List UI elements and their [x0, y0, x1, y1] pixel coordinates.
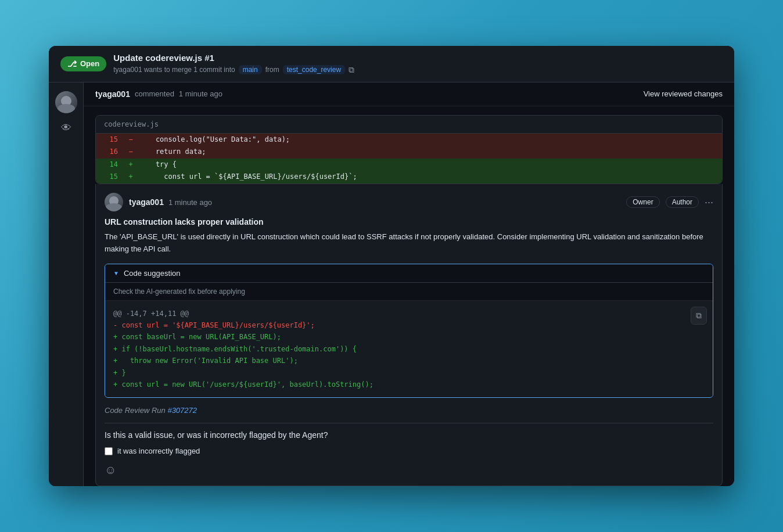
main-content: tyaga001 commented 1 minute ago View rev… [84, 82, 734, 487]
review-meta: tyaga001 1 minute ago [129, 197, 620, 207]
comment-body: The 'API_BASE_URL' is used directly in U… [105, 231, 713, 256]
avatar [55, 91, 77, 113]
comment-meta-bar: tyaga001 commented 1 minute ago View rev… [84, 82, 734, 106]
review-time: 1 minute ago [168, 198, 212, 207]
commenter-info: tyaga001 commented 1 minute ago [95, 89, 222, 99]
review-comment: tyaga001 1 minute ago Owner Author ··· U… [95, 184, 723, 486]
line-sign-plus-1: + [125, 159, 137, 171]
branch-source[interactable]: test_code_review [283, 65, 345, 74]
divider [105, 423, 713, 423]
content-area: 👁 tyaga001 commented 1 minute ago View r… [49, 82, 734, 487]
line-num-16: 16 [96, 146, 125, 159]
code-review-run-label: Code Review Run [105, 406, 166, 415]
code-diff-container: codereview.js 15 − console.log("User Dat… [95, 115, 723, 184]
code-review-run-link[interactable]: #307272 [167, 406, 197, 415]
branch-main[interactable]: main [239, 65, 262, 74]
review-author: tyaga001 [129, 197, 164, 207]
avatar-image [55, 91, 77, 113]
incorrectly-flagged-checkbox[interactable] [105, 447, 113, 455]
emoji-reaction-button[interactable]: ☺ [105, 463, 116, 477]
eye-icon[interactable]: 👁 [61, 122, 71, 134]
diff-line-removed-15: 15 − console.log("User Data:", data); [96, 134, 722, 146]
open-badge: ⎇ Open [60, 56, 106, 71]
owner-badge: Owner [626, 196, 659, 208]
suggestion-triangle-icon: ▼ [113, 270, 119, 276]
branch-from: from [265, 66, 279, 74]
diff-line-added-15: 15 + const url = `${API_BASE_URL}/users/… [96, 171, 722, 184]
more-options-button[interactable]: ··· [705, 196, 713, 209]
incorrectly-flagged-label[interactable]: it was incorrectly flagged [117, 447, 200, 455]
line-sign-plus-2: + [125, 171, 137, 184]
line-code-added-2: const url = `${API_BASE_URL}/users/${use… [137, 171, 722, 184]
open-badge-label: Open [80, 59, 99, 68]
suggestion-note: Check the AI-generated fix before applyi… [105, 283, 713, 301]
line-sign-minus-2: − [125, 146, 137, 159]
diff-line-added-14: 14 + try { [96, 159, 722, 171]
pr-title: Update codereview.js #1 [113, 53, 354, 63]
checkbox-row: it was incorrectly flagged [105, 447, 713, 455]
merge-icon: ⎇ [67, 59, 77, 69]
header-bar: ⎇ Open Update codereview.js #1 tyaga001 … [49, 46, 734, 82]
feedback-question: Is this a valid issue, or was it incorre… [105, 430, 713, 440]
copy-branch-icon[interactable]: ⧉ [349, 65, 354, 75]
line-code-removed-1: console.log("User Data:", data); [137, 134, 722, 146]
pr-meta: tyaga001 wants to merge 1 commit into ma… [113, 65, 354, 75]
line-code-added-1: try { [137, 159, 722, 171]
pr-meta-prefix: tyaga001 wants to merge 1 commit into [113, 66, 235, 74]
header-title: Update codereview.js #1 tyaga001 wants t… [113, 53, 354, 75]
author-badge: Author [666, 196, 699, 208]
line-num-15-new: 15 [96, 171, 125, 184]
code-review-run: Code Review Run #307272 [105, 406, 713, 415]
copy-suggestion-button[interactable]: ⧉ [691, 307, 707, 325]
suggestion-code: @@ -14,7 +14,11 @@ - const url = '${API_… [113, 308, 705, 391]
comment-title: URL construction lacks proper validation [105, 217, 713, 227]
line-num-14-new: 14 [96, 159, 125, 171]
diff-line-removed-16: 16 − return data; [96, 146, 722, 159]
sidebar: 👁 [49, 82, 84, 487]
review-comment-header: tyaga001 1 minute ago Owner Author ··· [105, 193, 713, 211]
suggestion-header-label: Code suggestion [124, 269, 181, 278]
code-diff-header: codereview.js [96, 116, 722, 134]
comment-action: commented [135, 89, 174, 98]
line-sign-minus-1: − [125, 134, 137, 146]
code-suggestion: ▼ Code suggestion Check the AI-generated… [105, 264, 713, 398]
main-window: ⎇ Open Update codereview.js #1 tyaga001 … [49, 46, 734, 487]
suggestion-code-block: ⧉ @@ -14,7 +14,11 @@ - const url = '${AP… [105, 301, 713, 398]
commenter-name: tyaga001 [95, 89, 130, 99]
line-code-removed-2: return data; [137, 146, 722, 159]
review-avatar [105, 193, 123, 211]
view-reviewed-changes-button[interactable]: View reviewed changes [644, 89, 723, 98]
suggestion-header: ▼ Code suggestion [105, 264, 713, 283]
comment-time: 1 minute ago [179, 89, 222, 98]
line-num-15: 15 [96, 134, 125, 146]
